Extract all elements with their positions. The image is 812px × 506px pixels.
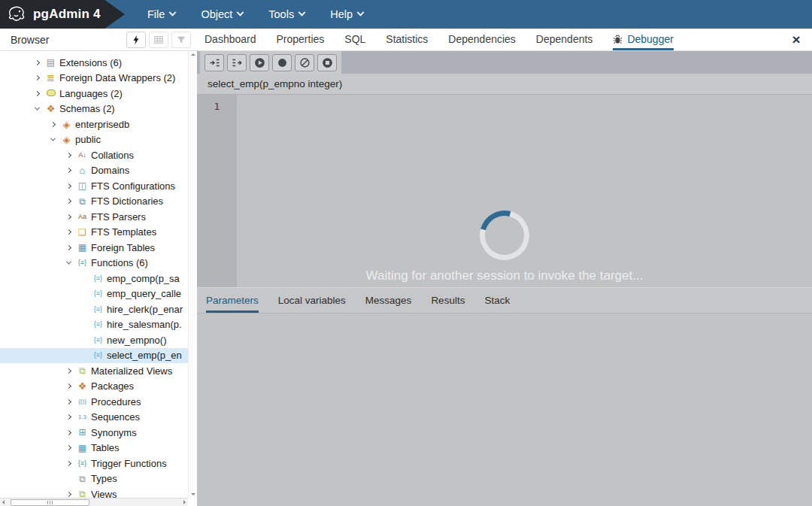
materialized-views-icon: ⧉: [75, 366, 89, 375]
tree-item-label: FTS Configurations: [89, 180, 175, 192]
app-header: pgAdmin 4 FileObjectToolsHelp: [0, 0, 812, 29]
chevron-right-icon[interactable]: [62, 446, 75, 450]
chevron-right-icon[interactable]: [31, 61, 44, 65]
step-over-button[interactable]: [227, 54, 247, 71]
tree-item-fts-dictionaries[interactable]: ⧉FTS Dictionaries: [0, 194, 188, 210]
tree-item-trigger-functions[interactable]: {≡}Trigger Functions: [0, 456, 188, 471]
scroll-up-icon[interactable]: [191, 53, 195, 56]
tree-vertical-scrollbar[interactable]: [188, 51, 197, 498]
menu-object[interactable]: Object: [201, 8, 243, 20]
chevron-down-icon[interactable]: [31, 107, 44, 111]
tree-item-new-empno[interactable]: {≡}new_empno(): [0, 332, 188, 348]
tab-messages[interactable]: Messages: [365, 288, 412, 313]
toggle-breakpoint-button[interactable]: [272, 54, 292, 71]
chevron-right-icon[interactable]: [62, 215, 75, 219]
chevron-right-icon[interactable]: [62, 492, 75, 496]
tree-item-label: new_empno(): [105, 335, 167, 346]
chevron-down-icon[interactable]: [62, 261, 75, 265]
scroll-down-icon[interactable]: [191, 493, 195, 495]
scroll-left-icon[interactable]: [2, 500, 5, 504]
chevron-right-icon[interactable]: [62, 431, 75, 435]
tree-item-enterprisedb[interactable]: ◈enterprisedb: [0, 117, 188, 132]
chevron-right-icon[interactable]: [62, 462, 75, 465]
tree-item-foreign-data-wrappers-2[interactable]: ≣Foreign Data Wrappers (2): [0, 71, 188, 86]
tab-results[interactable]: Results: [431, 288, 465, 313]
chevron-right-icon[interactable]: [62, 369, 75, 373]
continue-button[interactable]: [250, 54, 269, 71]
tab-stack[interactable]: Stack: [484, 288, 510, 313]
tab-label: Debugger: [627, 33, 674, 45]
close-icon[interactable]: ×: [780, 29, 812, 50]
tree-item-emp-comp-p-sa[interactable]: {≡}emp_comp(p_sa: [0, 271, 188, 286]
collations-icon: A↓: [75, 152, 89, 159]
menu-help[interactable]: Help: [330, 8, 363, 20]
tree-item-sequences[interactable]: 1.3Sequences: [0, 410, 188, 426]
tree-item-foreign-tables[interactable]: ▦Foreign Tables: [0, 240, 188, 256]
tree-item-extensions-6[interactable]: ▤Extensions (6): [0, 55, 188, 71]
tab-properties[interactable]: Properties: [277, 29, 325, 50]
chevron-right-icon[interactable]: [62, 153, 75, 157]
view-data-button[interactable]: [149, 32, 168, 48]
scrollbar-thumb[interactable]: [11, 499, 89, 506]
step-into-button[interactable]: [205, 54, 224, 71]
stop-icon: [322, 57, 333, 68]
chevron-right-icon[interactable]: [62, 400, 75, 404]
tree-item-packages[interactable]: ❖Packages: [0, 379, 188, 395]
schema-icon: ◈: [59, 120, 74, 129]
stop-button[interactable]: [317, 54, 337, 71]
tree-item-select-emp-p-en[interactable]: {≡}select_emp(p_en: [0, 348, 188, 364]
chevron-right-icon[interactable]: [62, 199, 75, 203]
tree-item-schemas-2[interactable]: ❖Schemas (2): [0, 102, 188, 117]
chevron-right-icon[interactable]: [62, 415, 75, 419]
tab-debugger[interactable]: Debugger: [613, 29, 674, 50]
tree-item-emp-query-calle[interactable]: {≡}emp_query_calle: [0, 286, 188, 302]
chevron-down-icon[interactable]: [47, 138, 59, 141]
chevron-right-icon[interactable]: [62, 168, 75, 172]
chevron-right-icon[interactable]: [31, 76, 44, 80]
tree-item-fts-configurations[interactable]: ◫FTS Configurations: [0, 178, 188, 194]
chevron-right-icon[interactable]: [62, 384, 75, 388]
tree-item-views[interactable]: ⧉Views: [0, 486, 188, 498]
tree-item-label: Types: [89, 473, 117, 484]
tree-item-types[interactable]: ⧉Types: [0, 471, 188, 487]
menu-file[interactable]: File: [147, 8, 175, 20]
tree-item-label: FTS Dictionaries: [89, 195, 163, 207]
filter-button[interactable]: [171, 32, 191, 48]
tab-dashboard[interactable]: Dashboard: [205, 29, 256, 50]
debugger-result-tabs: ParametersLocal variablesMessagesResults…: [197, 287, 812, 314]
tree-item-public[interactable]: ◈public: [0, 132, 188, 148]
tree-item-tables[interactable]: ▦Tables: [0, 441, 188, 456]
extensions-icon: ▤: [44, 58, 58, 67]
tree-item-fts-parsers[interactable]: AaFTS Parsers: [0, 209, 188, 225]
chevron-right-icon[interactable]: [31, 92, 44, 95]
tree-item-materialized-views[interactable]: ⧉Materialized Views: [0, 363, 188, 379]
chevron-right-icon[interactable]: [47, 123, 59, 126]
tree-horizontal-scrollbar[interactable]: [0, 498, 188, 506]
tree-item-label: Packages: [89, 380, 134, 392]
query-tool-button[interactable]: [126, 32, 146, 48]
tree-item-synonyms[interactable]: ⊞Synonyms: [0, 425, 188, 441]
chevron-right-icon[interactable]: [62, 230, 75, 234]
menu-tools[interactable]: Tools: [268, 8, 304, 20]
tree-item-functions-6[interactable]: {≡}Functions (6): [0, 256, 188, 271]
scroll-right-icon[interactable]: [183, 500, 186, 504]
tree-item-fts-templates[interactable]: ❏FTS Templates: [0, 225, 188, 241]
tab-dependencies[interactable]: Dependencies: [448, 29, 516, 50]
chevron-right-icon[interactable]: [62, 184, 75, 188]
fts-parsers-icon: Aa: [75, 214, 89, 220]
tab-sql[interactable]: SQL: [344, 29, 365, 50]
chevron-right-icon[interactable]: [62, 246, 75, 250]
tab-dependents[interactable]: Dependents: [536, 29, 593, 50]
tree-item-languages-2[interactable]: Languages (2): [0, 86, 188, 102]
tab-local-variables[interactable]: Local variables: [278, 288, 346, 313]
tree-item-hire-clerk-p-enar[interactable]: {≡}hire_clerk(p_enar: [0, 301, 188, 317]
tree-item-procedures[interactable]: {()}Procedures: [0, 394, 188, 410]
tab-statistics[interactable]: Statistics: [386, 29, 428, 50]
tree-item-domains[interactable]: ⌂Domains: [0, 163, 188, 179]
debugger-panel: select_emp(p_empno integer) 1 Waiting fo…: [197, 51, 812, 506]
tree-item-label: Tables: [89, 442, 120, 453]
tree-item-hire-salesman-p[interactable]: {≡}hire_salesman(p.: [0, 317, 188, 333]
clear-breakpoints-button[interactable]: [295, 54, 314, 71]
tree-item-collations[interactable]: A↓Collations: [0, 147, 188, 163]
tab-parameters[interactable]: Parameters: [206, 288, 259, 313]
